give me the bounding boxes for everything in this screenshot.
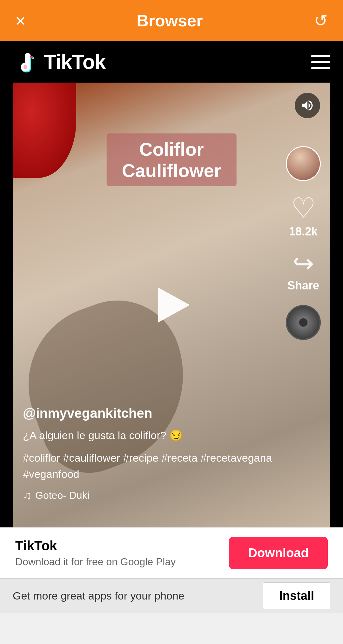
video-username[interactable]: @inmyvegankitchen xyxy=(23,406,279,421)
music-disc-inner xyxy=(299,318,308,327)
download-banner-info: TikTok Download it for free on Google Pl… xyxy=(15,538,176,568)
sound-icon xyxy=(300,98,314,112)
like-button[interactable]: ♡ 18.2k xyxy=(287,194,319,238)
refresh-icon[interactable]: ↻ xyxy=(314,11,328,30)
hamburger-line-1 xyxy=(311,55,330,57)
music-title: Goteo- Duki xyxy=(35,490,90,501)
share-icon: ↪ xyxy=(293,251,314,276)
hamburger-line-3 xyxy=(311,67,330,69)
browser-bar: × Browser ↻ xyxy=(0,0,343,41)
video-info: @inmyvegankitchen ¿A alguien le gusta la… xyxy=(23,406,279,502)
close-button[interactable]: × xyxy=(15,12,26,30)
browser-title: Browser xyxy=(137,11,203,30)
sound-button[interactable] xyxy=(295,93,320,118)
avatar-image xyxy=(287,147,320,180)
video-hashtags: #coliflor #cauliflower #recipe #receta #… xyxy=(23,450,279,482)
tiktok-logo[interactable]: TikTok xyxy=(13,49,105,75)
play-button[interactable] xyxy=(149,283,194,327)
svg-point-1 xyxy=(24,65,27,69)
download-banner-subtitle: Download it for free on Google Play xyxy=(15,556,176,568)
overlay-line2: Cauliflower xyxy=(122,160,221,181)
download-button[interactable]: Download xyxy=(229,537,328,569)
download-banner: TikTok Download it for free on Google Pl… xyxy=(0,527,343,578)
tiktok-wordmark: TikTok xyxy=(44,50,105,74)
install-bar-text: Get more great apps for your phone xyxy=(13,590,185,602)
play-triangle xyxy=(158,288,190,322)
video-music: ♫ Goteo- Duki xyxy=(23,489,279,502)
share-label: Share xyxy=(287,279,319,292)
like-count: 18.2k xyxy=(289,225,318,238)
install-bar: Get more great apps for your phone Insta… xyxy=(0,578,343,613)
tiktok-logo-icon xyxy=(13,49,38,75)
video-caption: ¿A alguien le gusta la coliflor? 😏 xyxy=(23,427,279,444)
video-background: Coliflor Cauliflower ♡ 18.2k xyxy=(13,83,330,527)
right-actions: ♡ 18.2k ↪ Share xyxy=(286,146,321,340)
share-button[interactable]: ↪ Share xyxy=(287,251,319,292)
music-disc[interactable] xyxy=(286,305,321,340)
music-note-icon: ♫ xyxy=(23,489,31,502)
download-app-name: TikTok xyxy=(15,538,176,553)
hamburger-menu[interactable] xyxy=(311,55,330,69)
video-container: Coliflor Cauliflower ♡ 18.2k xyxy=(0,83,343,527)
video-text-overlay: Coliflor Cauliflower xyxy=(107,133,237,186)
creator-avatar[interactable] xyxy=(286,146,321,181)
overlay-line1: Coliflor xyxy=(122,139,221,160)
heart-icon: ♡ xyxy=(287,194,319,222)
install-button[interactable]: Install xyxy=(263,582,330,609)
tiktok-navbar: TikTok xyxy=(0,41,343,83)
hamburger-line-2 xyxy=(311,61,330,63)
video-frame[interactable]: Coliflor Cauliflower ♡ 18.2k xyxy=(13,83,330,527)
